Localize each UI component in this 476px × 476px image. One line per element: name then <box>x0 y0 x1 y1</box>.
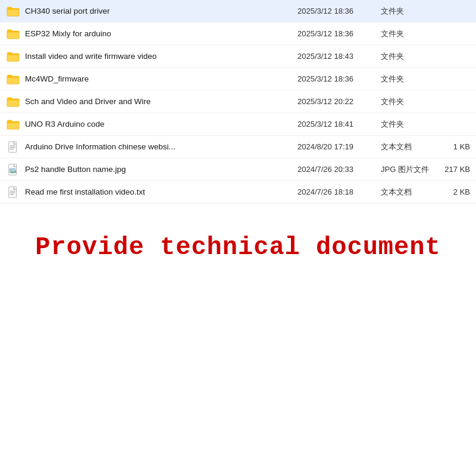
text-icon <box>6 186 20 198</box>
file-explorer: CH340 serial port driver 2025/3/12 18:36… <box>0 0 476 268</box>
file-size: 217 KB <box>434 165 470 174</box>
file-size: 1 KB <box>434 142 470 151</box>
file-name: Arduino Drive Information chinese websi.… <box>25 142 292 151</box>
table-row[interactable]: UNO R3 Arduino code 2025/3/12 18:41 文件夹 <box>0 113 476 136</box>
file-date: 2025/3/12 18:36 <box>292 7 381 15</box>
file-name: ESP32 Mixly for arduino <box>25 29 292 38</box>
table-row[interactable]: ESP32 Mixly for arduino 2025/3/12 18:36 … <box>0 23 476 45</box>
table-row[interactable]: Install video and write firmware video 2… <box>0 45 476 68</box>
file-type: 文件夹 <box>381 119 434 130</box>
file-date: 2025/3/12 18:36 <box>292 29 381 38</box>
table-row[interactable]: Sch and Video and Driver and Wire 2025/3… <box>0 90 476 113</box>
file-date: 2025/3/12 18:41 <box>292 120 381 129</box>
file-date: 2025/3/12 20:22 <box>292 97 381 106</box>
file-type: 文件夹 <box>381 51 434 62</box>
file-name: UNO R3 Arduino code <box>25 120 292 129</box>
file-name: Install video and write firmware video <box>25 52 292 61</box>
file-date: 2024/7/26 20:33 <box>292 165 381 174</box>
file-type: 文本文档 <box>381 187 434 198</box>
file-type: 文件夹 <box>381 6 434 17</box>
table-row[interactable]: Read me first installation video.txt 202… <box>0 181 476 203</box>
file-list: CH340 serial port driver 2025/3/12 18:36… <box>0 0 476 203</box>
file-date: 2024/7/26 18:18 <box>292 187 381 196</box>
file-type: 文件夹 <box>381 74 434 84</box>
image-icon <box>6 164 20 176</box>
watermark-text: Provide technical document <box>35 233 440 262</box>
folder-icon <box>6 51 20 62</box>
file-name: Sch and Video and Driver and Wire <box>25 97 292 106</box>
folder-icon <box>6 96 20 108</box>
file-name: Read me first installation video.txt <box>25 187 292 196</box>
folder-icon <box>6 5 20 17</box>
file-name: CH340 serial port driver <box>25 7 292 15</box>
file-type: JPG 图片文件 <box>381 164 434 175</box>
folder-icon <box>6 73 20 85</box>
folder-icon <box>6 118 20 130</box>
watermark: Provide technical document <box>0 227 476 268</box>
text-icon <box>6 141 20 153</box>
file-type: 文本文档 <box>381 142 434 152</box>
file-name: Ps2 handle Button name.jpg <box>25 165 292 174</box>
table-row[interactable]: Mc4WD_firmware 2025/3/12 18:36 文件夹 <box>0 68 476 90</box>
file-type: 文件夹 <box>381 96 434 107</box>
file-size: 2 KB <box>434 187 470 196</box>
file-date: 2024/8/20 17:19 <box>292 142 381 151</box>
file-date: 2025/3/12 18:43 <box>292 52 381 61</box>
table-row[interactable]: Arduino Drive Information chinese websi.… <box>0 136 476 158</box>
folder-icon <box>6 28 20 40</box>
file-date: 2025/3/12 18:36 <box>292 74 381 83</box>
table-row[interactable]: CH340 serial port driver 2025/3/12 18:36… <box>0 0 476 23</box>
file-type: 文件夹 <box>381 29 434 39</box>
file-name: Mc4WD_firmware <box>25 74 292 83</box>
table-row[interactable]: Ps2 handle Button name.jpg 2024/7/26 20:… <box>0 158 476 181</box>
